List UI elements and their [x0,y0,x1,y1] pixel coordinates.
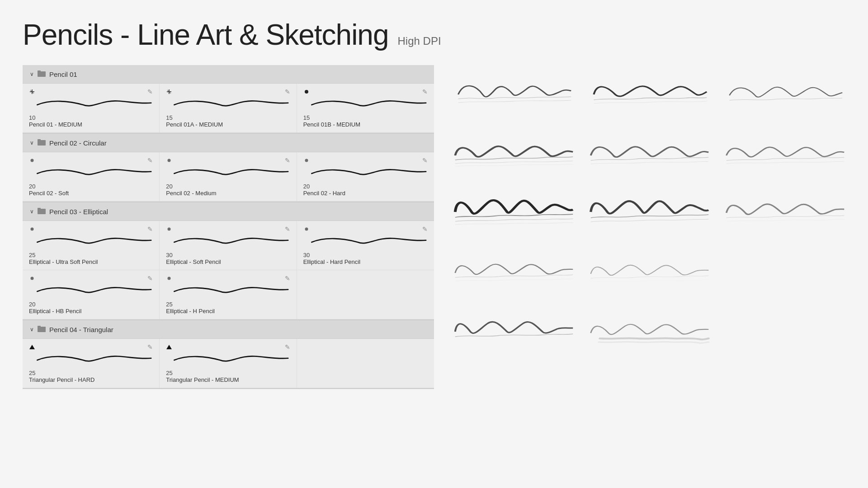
brush-tip-area [29,344,35,350]
brush-tip-area [29,157,35,164]
brush-stroke-preview [303,96,428,113]
edit-icon[interactable]: ✎ [285,225,290,233]
preview-swatch-5c [723,307,845,352]
brush-stroke-preview [29,283,153,300]
preview-row-4 [452,246,845,296]
brush-size: 25 [29,252,153,258]
brush-item-pencil_01b__medium[interactable]: ✎ 15 Pencil 01B - MEDIUM [297,84,434,133]
brush-name: Elliptical - Ultra Soft Pencil [29,258,153,265]
brush-item-pencil_01__medium[interactable]: ✎ 10 Pencil 01 - MEDIUM [23,84,160,133]
edit-icon[interactable]: ✎ [147,343,153,351]
main-layout: ∨ Pencil 01 ✎ 10 Pencil 01 - MEDIUM [23,65,845,470]
brush-stroke-preview [303,165,428,182]
brush-stroke-preview [303,234,428,251]
page-subtitle: High DPI [398,35,441,47]
preview-swatch-5b [588,307,710,352]
brush-size: 20 [303,183,428,190]
preview-swatch-3c [723,189,845,235]
brush-item-pencil_02__medium[interactable]: ✎ 20 Pencil 02 - Medium [160,152,297,202]
brush-stroke-preview [29,165,153,182]
group-header-pencil-02[interactable]: ∨ Pencil 02 - Circular [23,134,434,152]
brush-item-elliptical__hb_pencil[interactable]: ✎ 20 Elliptical - HB Pencil [23,270,160,319]
preview-row-3 [452,187,845,237]
brush-item-pencil_02__hard[interactable]: ✎ 20 Pencil 02 - Hard [297,152,434,202]
group-header-pencil-04[interactable]: ∨ Pencil 04 - Triangular [23,320,434,339]
preview-row-5 [452,305,845,354]
brush-name: Elliptical - Soft Pencil [166,258,290,265]
brush-size: 30 [166,252,290,258]
brush-name: Pencil 01A - MEDIUM [166,121,290,128]
brush-name: Triangular Pencil - MEDIUM [166,376,290,383]
preview-row-2 [452,128,845,178]
edit-icon[interactable]: ✎ [285,343,290,351]
preview-swatch-1a [452,72,574,117]
group-label: Pencil 04 - Triangular [49,326,113,333]
edit-icon[interactable]: ✎ [422,157,428,164]
brush-tip-area [166,89,172,95]
brush-size: 15 [166,114,290,121]
group-header-pencil-01[interactable]: ∨ Pencil 01 [23,65,434,84]
group-header-pencil-03[interactable]: ∨ Pencil 03 - Elliptical [23,202,434,221]
brush-item-elliptical__hard_pencil[interactable]: ✎ 30 Elliptical - Hard Pencil [297,221,434,270]
brush-tip-icon [303,89,310,95]
brush-item-pencil_01a__medium[interactable]: ✎ 15 Pencil 01A - MEDIUM [160,84,297,133]
brush-item-empty [297,339,434,388]
brush-tip-icon [166,275,172,282]
edit-icon[interactable]: ✎ [285,157,290,164]
page-header: Pencils - Line Art & Sketching High DPI [23,18,845,52]
preview-swatch-3b [588,189,710,235]
brush-stroke-preview [29,234,153,251]
edit-icon[interactable]: ✎ [422,88,428,95]
edit-icon[interactable]: ✎ [147,88,153,95]
preview-panel [452,65,845,470]
brush-size: 10 [29,114,153,121]
brush-name: Triangular Pencil - HARD [29,376,153,383]
brush-stroke-preview [166,234,290,251]
edit-icon[interactable]: ✎ [285,88,290,95]
brush-tip-icon [29,157,35,164]
brush-rows-pencil-04: ✎ 25 Triangular Pencil - HARD ✎ [23,339,434,389]
brush-tip-area [29,275,35,282]
brush-item-elliptical__ultra_soft_pencil[interactable]: ✎ 25 Elliptical - Ultra Soft Pencil [23,221,160,270]
brush-item-triangular_pencil__hard[interactable]: ✎ 25 Triangular Pencil - HARD [23,339,160,388]
edit-icon[interactable]: ✎ [285,275,290,282]
group-label: Pencil 02 - Circular [49,139,107,147]
svg-point-17 [168,228,171,231]
brush-stroke-preview [166,96,290,113]
chevron-icon[interactable]: ∨ [30,140,34,146]
brush-tip-area [166,344,172,350]
svg-rect-1 [38,70,41,72]
brush-item-empty [297,270,434,319]
chevron-icon[interactable]: ∨ [30,208,34,215]
brush-name: Elliptical - H Pencil [166,308,290,314]
brush-tip-icon [166,89,172,95]
edit-icon[interactable]: ✎ [147,225,153,233]
chevron-icon[interactable]: ∨ [30,326,34,333]
page-title: Pencils - Line Art & Sketching [23,18,389,52]
svg-marker-23 [29,345,35,349]
brush-stroke-preview [166,283,290,300]
chevron-icon[interactable]: ∨ [30,71,34,77]
brush-size: 20 [29,183,153,190]
edit-icon[interactable]: ✎ [147,275,153,282]
svg-point-20 [168,277,171,280]
brush-stroke-preview [166,165,290,182]
edit-icon[interactable]: ✎ [147,157,153,164]
brush-tip-icon [166,344,172,350]
svg-point-16 [31,228,34,231]
svg-point-19 [31,277,34,280]
brush-item-elliptical__soft_pencil[interactable]: ✎ 30 Elliptical - Soft Pencil [160,221,297,270]
brush-item-triangular_pencil__medium[interactable]: ✎ 25 Triangular Pencil - MEDIUM [160,339,297,388]
brush-item-elliptical__h_pencil[interactable]: ✎ 25 Elliptical - H Pencil [160,270,297,319]
brush-stroke-preview [29,96,153,113]
brush-name: Elliptical - HB Pencil [29,308,153,314]
folder-icon [38,207,46,216]
brush-size: 30 [303,252,428,258]
svg-point-8 [305,90,308,94]
preview-swatch-1c [723,72,845,117]
svg-rect-10 [38,139,41,141]
edit-icon[interactable]: ✎ [422,225,428,233]
brush-tip-area [166,157,172,164]
brush-name: Pencil 01B - MEDIUM [303,121,428,128]
brush-item-pencil_02__soft[interactable]: ✎ 20 Pencil 02 - Soft [23,152,160,202]
